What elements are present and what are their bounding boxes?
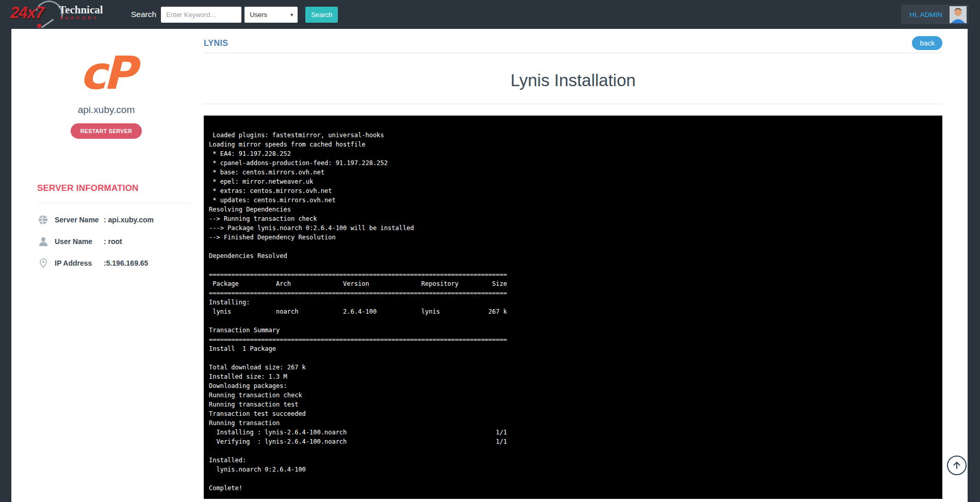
globe-icon	[38, 215, 48, 225]
greeting-text: HI, ADMIN	[909, 11, 942, 19]
logo-technical-text: Technical	[59, 4, 103, 15]
arrow-up-icon	[952, 460, 962, 471]
site-logo[interactable]: 24x7 Technical SUPPORT	[8, 0, 118, 29]
search-input[interactable]	[161, 7, 241, 23]
page-title: Lynis Installation	[204, 71, 942, 90]
server-information-title: SERVER INFORMATION	[37, 183, 201, 193]
body: cP api.xuby.com RESTART SERVER SERVER IN…	[0, 29, 980, 502]
main-content: LYNIS back Lynis Installation Loaded plu…	[201, 29, 968, 502]
divider-title	[204, 104, 942, 104]
search-category-select[interactable]: Users	[244, 7, 298, 23]
logo-support-text: SUPPORT	[60, 15, 103, 21]
sidebar-divider	[37, 203, 192, 203]
terminal-output: Loaded plugins: fastestmirror, universal…	[204, 116, 942, 499]
cpanel-logo: cP	[11, 47, 201, 99]
divider-top	[204, 53, 942, 53]
server-name-row: Server Name : api.xuby.com	[38, 215, 201, 225]
sidebar: cP api.xuby.com RESTART SERVER SERVER IN…	[11, 29, 201, 502]
clock-dot-icon	[37, 24, 41, 28]
search-button[interactable]: Search	[305, 7, 338, 23]
back-button[interactable]: back	[912, 36, 942, 50]
restart-server-button[interactable]: RESTART SERVER	[71, 123, 142, 139]
avatar[interactable]	[950, 6, 967, 23]
breadcrumb: LYNIS	[204, 39, 228, 48]
user-name-row: User Name : root	[38, 236, 201, 247]
user-icon	[38, 236, 48, 247]
page: 24x7 Technical SUPPORT Search Users ▼ Se…	[0, 0, 980, 502]
search-category-select-wrap: Users ▼	[244, 7, 298, 23]
search-label: Search	[131, 10, 156, 19]
main-header-row: LYNIS back	[204, 29, 942, 53]
location-pin-icon	[38, 258, 48, 268]
user-menu[interactable]: HI, ADMIN	[901, 5, 969, 24]
ip-address-row: IP Address :5.196.169.65	[38, 258, 201, 268]
top-header: 24x7 Technical SUPPORT Search Users ▼ Se…	[0, 0, 980, 29]
logo-24x7-text: 24x7	[10, 4, 44, 22]
header-search-group: Search Users ▼ Search	[131, 7, 338, 23]
scroll-to-top-button[interactable]	[947, 456, 967, 475]
server-domain: api.xuby.com	[11, 104, 201, 116]
server-information-section: SERVER INFORMATION Server Name : api.xub…	[11, 183, 201, 268]
